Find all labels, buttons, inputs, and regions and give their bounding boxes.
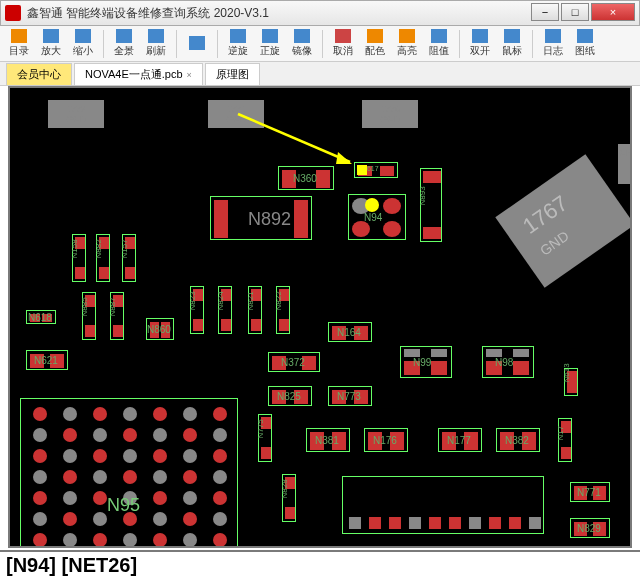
title-bar: 鑫智通 智能终端设备维修查询系统 2020-V3.1 − □ × <box>0 0 640 26</box>
component-N822[interactable]: N822 <box>276 286 290 334</box>
tab-member-center[interactable]: 会员中心 <box>6 63 72 85</box>
component-N825[interactable]: N825 <box>268 386 312 406</box>
toolbar-配色[interactable]: 配色 <box>360 28 390 60</box>
toolbar-高亮[interactable]: 高亮 <box>392 28 422 60</box>
app-icon <box>5 5 21 21</box>
component-N621[interactable]: N621 <box>26 350 68 370</box>
component-N885[interactable]: N885 <box>82 292 96 340</box>
toolbar-刷新[interactable]: 刷新 <box>141 28 171 60</box>
component-N893[interactable]: N893 <box>420 168 442 242</box>
minimize-button[interactable]: − <box>531 3 559 21</box>
status-bar: [N94] [NET26] <box>0 550 640 580</box>
component-bigchip[interactable] <box>342 476 544 534</box>
toolbar-正旋[interactable]: 正旋 <box>255 28 285 60</box>
toolbar-目录[interactable]: 目录 <box>4 28 34 60</box>
component-N828[interactable]: N828 <box>282 474 296 522</box>
pcb-canvas[interactable]: 1772GND1771GND1770GND1767GNDNETN360u617N… <box>8 86 632 548</box>
component-N98[interactable]: N98 <box>482 346 534 378</box>
tab-schematic[interactable]: 原理图 <box>205 63 260 85</box>
close-button[interactable]: × <box>591 3 635 21</box>
maximize-button[interactable]: □ <box>561 3 589 21</box>
component-N158[interactable]: N158 <box>72 234 86 282</box>
selection-marker <box>365 198 379 212</box>
component-N824[interactable]: N824 <box>218 286 232 334</box>
selection-square <box>357 165 367 175</box>
component-N164[interactable]: N164 <box>328 322 372 342</box>
component-N882[interactable]: N882 <box>96 234 110 282</box>
gnd-block-1767: 1767GND <box>495 154 632 288</box>
component-N157[interactable]: N157 <box>122 234 136 282</box>
toolbar: 目录放大缩小全景刷新逆旋正旋镜像取消配色高亮阻值双开鼠标日志图纸 <box>0 26 640 62</box>
component-N771[interactable]: N771 <box>570 482 610 502</box>
toolbar-缩小[interactable]: 缩小 <box>68 28 98 60</box>
gnd-block-1770: 1770GND <box>362 100 418 128</box>
component-N829[interactable]: N829 <box>570 518 610 538</box>
toolbar-取消[interactable]: 取消 <box>328 28 358 60</box>
toolbar-全景[interactable]: 全景 <box>109 28 139 60</box>
toolbar-镜像[interactable]: 镜像 <box>287 28 317 60</box>
component-N95[interactable]: N95 <box>20 398 238 548</box>
gnd-block-NET: NET <box>618 144 632 184</box>
component-N177[interactable]: N177 <box>438 428 482 452</box>
toolbar-阻值[interactable]: 阻值 <box>424 28 454 60</box>
toolbar-双开[interactable]: 双开 <box>465 28 495 60</box>
component-N775[interactable]: N775 <box>258 414 272 462</box>
close-icon[interactable]: × <box>187 70 192 80</box>
component-N860[interactable]: N860 <box>146 318 174 340</box>
component-N17[interactable]: N17 <box>558 418 572 462</box>
gnd-block-1771: 1771GND <box>208 100 264 128</box>
component-N176[interactable]: N176 <box>364 428 408 452</box>
component-N99[interactable]: N99 <box>400 346 452 378</box>
toolbar-放大[interactable]: 放大 <box>36 28 66 60</box>
toolbar-鼠标[interactable]: 鼠标 <box>497 28 527 60</box>
tab-pcb-file[interactable]: NOVA4E一点通.pcb× <box>74 63 203 85</box>
component-N823[interactable]: N823 <box>190 286 204 334</box>
component-N381[interactable]: N381 <box>306 428 350 452</box>
toolbar-逆旋[interactable]: 逆旋 <box>223 28 253 60</box>
component-N773[interactable]: N773 <box>328 386 372 406</box>
component-N821[interactable]: N821 <box>248 286 262 334</box>
component-N372[interactable]: N372 <box>268 352 320 372</box>
component-N887[interactable]: N887 <box>110 292 124 340</box>
toolbar-图纸[interactable]: 图纸 <box>570 28 600 60</box>
toolbar-日志[interactable]: 日志 <box>538 28 568 60</box>
component-N382[interactable]: N382 <box>496 428 540 452</box>
toolbar-btn[interactable] <box>182 28 212 60</box>
component-N613[interactable]: N613 <box>564 368 578 396</box>
component-N618[interactable]: N618 <box>26 310 56 324</box>
component-N892[interactable]: N892 <box>210 196 312 240</box>
component-N360[interactable]: N360 <box>278 166 334 190</box>
window-title: 鑫智通 智能终端设备维修查询系统 2020-V3.1 <box>27 5 529 22</box>
gnd-block-1772: 1772GND <box>48 100 104 128</box>
svg-marker-1 <box>336 152 352 164</box>
tab-bar: 会员中心 NOVA4E一点通.pcb× 原理图 <box>0 62 640 86</box>
